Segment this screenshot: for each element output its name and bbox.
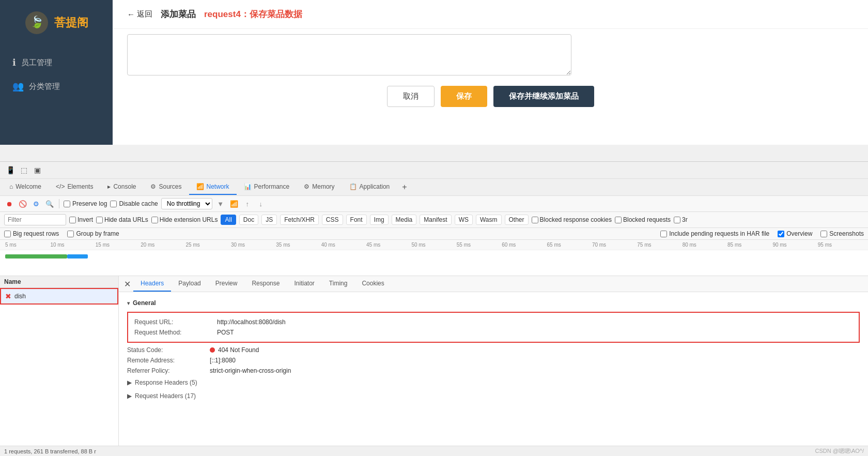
tab-application[interactable]: 📋 Application	[342, 179, 397, 195]
blocked-response-label[interactable]: Blocked response cookies	[532, 216, 612, 223]
detail-tab-response[interactable]: Response	[244, 276, 287, 292]
tab-sources[interactable]: ⚙ Sources	[143, 179, 189, 195]
detail-tab-cookies[interactable]: Cookies	[354, 276, 391, 292]
filter-wasm-btn[interactable]: Wasm	[476, 215, 502, 225]
clear-button[interactable]: 🚫	[18, 199, 28, 209]
filter-css-btn[interactable]: CSS	[322, 215, 343, 225]
wifi-icon[interactable]: 📶	[229, 199, 239, 209]
filter-toggle-button[interactable]: ⚙	[31, 199, 41, 209]
back-button[interactable]: ← 返回	[127, 9, 152, 19]
throttle-dropdown-icon[interactable]: ▼	[215, 199, 226, 209]
group-by-frame-label[interactable]: Group by frame	[67, 230, 119, 237]
overview-checkbox[interactable]	[778, 231, 784, 237]
ruler-mark-85: 85 ms	[727, 242, 772, 248]
preserve-log-label[interactable]: Preserve log	[64, 200, 107, 207]
3r-label[interactable]: 3r	[674, 216, 688, 223]
filter-ws-btn[interactable]: WS	[455, 215, 473, 225]
preserve-log-checkbox[interactable]	[64, 201, 70, 207]
sidebar-item-employee[interactable]: ℹ 员工管理	[0, 51, 113, 74]
tab-performance-label: Performance	[254, 183, 290, 190]
timeline-blue-bar	[67, 254, 88, 259]
sidebar-item-category-label: 分类管理	[29, 82, 60, 92]
big-request-rows-checkbox[interactable]	[4, 231, 11, 237]
panel-layout-icon[interactable]: ▣	[31, 164, 43, 176]
category-icon: 👥	[12, 81, 24, 92]
request-title: request4：保存菜品数据	[204, 8, 302, 20]
screenshots-checkbox[interactable]	[820, 231, 827, 237]
overview-label[interactable]: Overview	[778, 230, 812, 237]
include-pending-label[interactable]: Include pending requests in HAR file	[660, 230, 769, 237]
filter-input[interactable]	[4, 214, 66, 225]
detail-close-button[interactable]: ✕	[121, 278, 133, 290]
big-request-rows-label[interactable]: Big request rows	[4, 230, 59, 237]
save-button[interactable]: 保存	[441, 86, 487, 107]
ruler-mark-45: 45 ms	[366, 242, 411, 248]
request-row-dish[interactable]: ✖ dish	[0, 288, 118, 305]
tab-welcome[interactable]: ⌂ Welcome	[2, 179, 49, 195]
filter-img-btn[interactable]: Img	[370, 215, 389, 225]
request-headers-section[interactable]: ▶ Request Headers (17)	[127, 389, 860, 403]
cancel-button[interactable]: 取消	[387, 86, 435, 107]
disable-cache-label[interactable]: Disable cache	[110, 200, 158, 207]
remote-address-label: Remote Address:	[127, 357, 210, 364]
add-tab-button[interactable]: +	[397, 179, 412, 195]
filter-js-btn[interactable]: JS	[261, 215, 277, 225]
3r-checkbox[interactable]	[674, 217, 680, 223]
ruler-mark-90: 90 ms	[772, 242, 817, 248]
general-section-header[interactable]: ▾ General	[127, 296, 860, 310]
name-column-header: Name	[0, 276, 118, 288]
filter-fetch-xhr-btn[interactable]: Fetch/XHR	[280, 215, 319, 225]
tab-console[interactable]: ▸ Console	[100, 179, 143, 195]
tab-memory[interactable]: ⚙ Memory	[297, 179, 342, 195]
remote-address-value: [::1]:8080	[210, 357, 236, 364]
select-element-icon[interactable]: ⬚	[18, 164, 30, 176]
request-method-value: POST	[217, 329, 234, 336]
hide-data-urls-checkbox[interactable]	[96, 217, 103, 223]
blocked-requests-label[interactable]: Blocked requests	[615, 216, 671, 223]
invert-checkbox[interactable]	[69, 217, 76, 223]
ruler-mark-50: 50 ms	[411, 242, 456, 248]
save-continue-button[interactable]: 保存并继续添加菜品	[493, 86, 594, 107]
referrer-policy-label: Referrer Policy:	[127, 367, 210, 374]
search-button[interactable]: 🔍	[44, 199, 55, 209]
filter-font-btn[interactable]: Font	[346, 215, 367, 225]
tab-network[interactable]: 📶 Network	[189, 179, 237, 195]
description-textarea[interactable]	[127, 34, 571, 75]
group-by-frame-checkbox[interactable]	[67, 231, 74, 237]
throttle-select[interactable]: No throttling	[161, 198, 212, 209]
filter-all-btn[interactable]: All	[221, 215, 236, 225]
hide-ext-urls-checkbox[interactable]	[151, 217, 158, 223]
timeline-ruler: 5 ms 10 ms 15 ms 20 ms 25 ms 30 ms 35 ms…	[0, 240, 868, 250]
sidebar-menu: ℹ 员工管理 👥 分类管理	[0, 51, 113, 98]
detail-tab-timing[interactable]: Timing	[322, 276, 355, 292]
detail-tab-payload[interactable]: Payload	[171, 276, 208, 292]
blocked-requests-checkbox[interactable]	[615, 217, 622, 223]
record-button[interactable]: ⏺	[4, 199, 14, 209]
device-toggle-icon[interactable]: 📱	[4, 164, 17, 176]
disable-cache-checkbox[interactable]	[110, 201, 117, 207]
blocked-requests-text: Blocked requests	[623, 216, 671, 223]
detail-tab-initiator[interactable]: Initiator	[287, 276, 321, 292]
request-url-label: Request URL:	[134, 318, 217, 326]
sidebar-item-category[interactable]: 👥 分类管理	[0, 74, 113, 98]
invert-label[interactable]: Invert	[69, 216, 93, 223]
hide-ext-urls-label[interactable]: Hide extension URLs	[151, 216, 218, 223]
screenshots-label[interactable]: Screenshots	[820, 230, 864, 237]
filter-media-btn[interactable]: Media	[392, 215, 417, 225]
welcome-icon: ⌂	[9, 183, 13, 190]
ruler-mark-25: 25 ms	[186, 242, 231, 248]
response-headers-section[interactable]: ▶ Response Headers (5)	[127, 376, 860, 389]
filter-other-btn[interactable]: Other	[505, 215, 529, 225]
blocked-response-checkbox[interactable]	[532, 217, 538, 223]
detail-tab-preview[interactable]: Preview	[208, 276, 245, 292]
upload-icon[interactable]: ↑	[242, 199, 253, 209]
filter-doc-btn[interactable]: Doc	[239, 215, 258, 225]
download-icon[interactable]: ↓	[256, 199, 266, 209]
filter-manifest-btn[interactable]: Manifest	[420, 215, 451, 225]
tab-elements[interactable]: </> Elements	[49, 179, 100, 195]
hide-data-urls-label[interactable]: Hide data URLs	[96, 216, 148, 223]
detail-tab-headers[interactable]: Headers	[133, 276, 171, 292]
tab-performance[interactable]: 📊 Performance	[237, 179, 297, 195]
3r-text: 3r	[682, 216, 688, 223]
include-pending-checkbox[interactable]	[660, 231, 667, 237]
